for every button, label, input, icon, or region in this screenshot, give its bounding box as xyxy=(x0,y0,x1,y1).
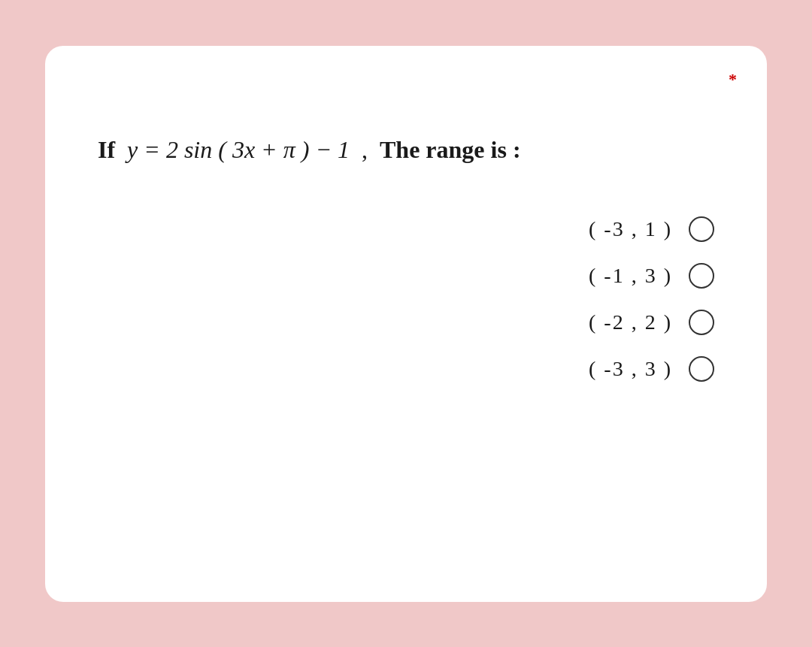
option-row-2[interactable]: ( -1 , 3 ) xyxy=(589,263,714,289)
option-row-1[interactable]: ( -3 , 1 ) xyxy=(589,216,714,242)
option-label-4: ( -3 , 3 ) xyxy=(589,357,672,381)
math-expression: y = 2 sin ( 3x + π ) − 1 xyxy=(127,136,350,164)
option-label-2: ( -1 , 3 ) xyxy=(589,264,672,288)
option-row-4[interactable]: ( -3 , 3 ) xyxy=(589,356,714,382)
question-text: If y = 2 sin ( 3x + π ) − 1 , The range … xyxy=(98,136,714,164)
option-radio-2[interactable] xyxy=(689,263,714,289)
option-radio-1[interactable] xyxy=(689,216,714,242)
quiz-card: * If y = 2 sin ( 3x + π ) − 1 , The rang… xyxy=(45,46,767,602)
options-area: ( -3 , 1 )( -1 , 3 )( -2 , 2 )( -3 , 3 ) xyxy=(98,216,714,382)
range-label: The range is : xyxy=(380,136,521,164)
option-radio-4[interactable] xyxy=(689,356,714,382)
option-row-3[interactable]: ( -2 , 2 ) xyxy=(589,310,714,335)
option-label-3: ( -2 , 2 ) xyxy=(589,310,672,334)
option-label-1: ( -3 , 1 ) xyxy=(589,217,672,241)
option-radio-3[interactable] xyxy=(689,310,714,335)
required-star: * xyxy=(729,70,737,89)
question-area: If y = 2 sin ( 3x + π ) − 1 , The range … xyxy=(98,136,714,164)
separator: , xyxy=(362,136,368,164)
if-label: If xyxy=(98,136,115,164)
